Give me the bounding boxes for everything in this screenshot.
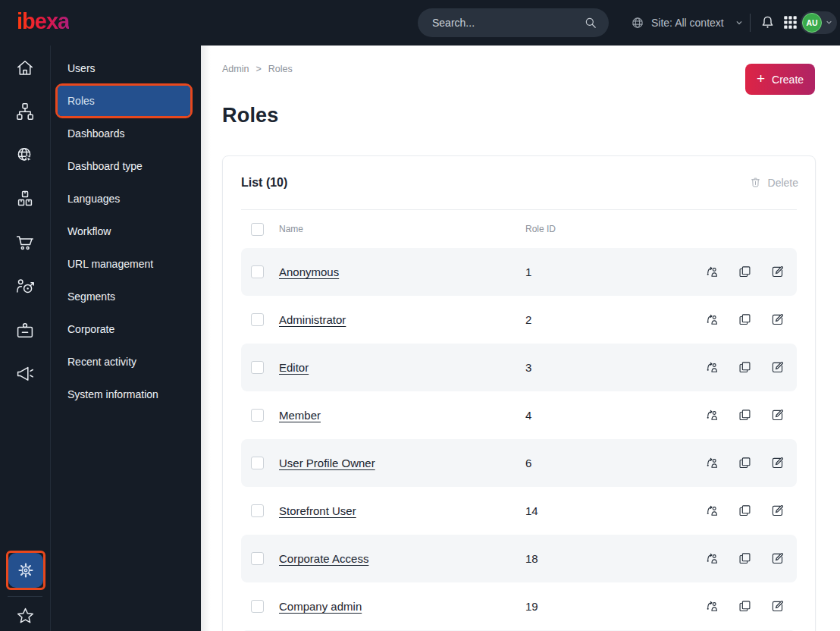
row-actions [705,391,785,439]
row-actions [705,582,785,630]
sidebar-item-corporate[interactable] [0,314,50,347]
copy-icon [738,360,752,375]
menu-item-workflow[interactable]: Workflow [51,215,201,247]
menu-item-languages[interactable]: Languages [51,183,201,215]
edit-role-button[interactable] [770,408,785,422]
row-checkbox[interactable] [251,504,264,517]
assign-users-button[interactable] [705,312,719,327]
assign-user-icon [705,504,719,518]
assign-user-icon [705,456,719,470]
row-actions [705,439,785,487]
sidebar-item-admin-highlighted[interactable] [6,551,45,590]
role-name-link[interactable]: Editor [279,344,309,391]
role-name-link[interactable]: Anonymous [279,248,339,296]
sidebar-item-site[interactable] [0,139,50,172]
role-name-link[interactable]: Administrator [279,296,346,344]
main-content: Admin > Roles + Create Roles List (10) D… [201,46,840,631]
copy-role-button[interactable] [738,456,752,470]
menu-item-recent-activity[interactable]: Recent activity [51,346,201,378]
assign-user-icon [705,551,719,566]
menu-item-url-management[interactable]: URL management [51,248,201,280]
role-name-link[interactable]: User Profile Owner [279,439,375,487]
sidebar-item-commerce[interactable] [0,226,50,259]
products-boxes-icon [14,188,36,209]
menu-item-roles-highlighted[interactable]: Roles [55,83,193,118]
table-row: Storefront User 14 [241,487,797,535]
sidebar-item-products[interactable] [0,182,50,215]
menu-item-roles-selected[interactable]: Roles [58,86,190,116]
role-id-value: 18 [525,535,538,582]
global-search [418,8,609,37]
assign-users-button[interactable] [705,456,719,470]
edit-role-button[interactable] [770,551,785,566]
copy-role-button[interactable] [738,599,752,614]
list-count-title: List (10) [241,176,287,190]
menu-item-segments[interactable]: Segments [51,281,201,312]
role-name-link[interactable]: Corporate Access [279,535,368,582]
delete-button-label: Delete [768,177,798,189]
row-actions [705,487,785,535]
table-row: Corporate Access 18 [241,535,797,582]
menu-item-dashboard-type[interactable]: Dashboard type [51,150,201,182]
menu-item-dashboards[interactable]: Dashboards [51,118,201,149]
notifications-bell-icon[interactable] [759,14,776,31]
role-id-value: 2 [525,296,531,344]
search-icon[interactable] [583,15,598,30]
breadcrumb: Admin > Roles [222,64,293,74]
row-checkbox[interactable] [251,361,264,374]
search-input[interactable] [418,17,583,29]
sidebar-item-personalization[interactable] [0,270,50,303]
role-id-value: 4 [525,391,531,439]
edit-role-button[interactable] [770,504,785,518]
assign-users-button[interactable] [705,360,719,375]
edit-role-button[interactable] [770,312,785,327]
sidebar-item-bookmarks[interactable] [0,599,50,631]
assign-users-button[interactable] [705,504,719,518]
create-button[interactable]: + Create [745,64,815,95]
sidebar-item-dashboard[interactable] [0,52,50,85]
menu-item-users[interactable]: Users [51,52,201,84]
assign-users-button[interactable] [705,599,719,614]
edit-role-button[interactable] [770,456,785,470]
sidebar-item-content[interactable] [0,95,50,128]
table-header: Name Role ID [241,210,797,248]
user-avatar[interactable]: AU [802,13,822,33]
column-header-name: Name [279,210,303,248]
assign-users-button[interactable] [705,265,719,279]
role-name-link[interactable]: Company admin [279,582,362,630]
copy-role-button[interactable] [738,265,752,279]
copy-role-button[interactable] [738,504,752,518]
row-checkbox[interactable] [251,457,264,469]
row-checkbox[interactable] [251,409,264,422]
role-name-link[interactable]: Storefront User [279,487,356,535]
breadcrumb-admin[interactable]: Admin [222,64,249,74]
role-id-value: 1 [525,248,531,296]
row-checkbox[interactable] [251,265,264,278]
menu-item-system-information[interactable]: System information [51,378,201,410]
select-all-checkbox[interactable] [251,223,264,236]
delete-button[interactable]: Delete [749,176,798,189]
menu-item-corporate[interactable]: Corporate [51,313,201,345]
row-checkbox[interactable] [251,600,264,613]
copy-role-button[interactable] [738,408,752,422]
assign-users-button[interactable] [705,408,719,422]
copy-role-button[interactable] [738,360,752,375]
gear-icon [16,560,36,580]
table-row: Company admin 19 [241,582,797,630]
user-menu[interactable]: AU [801,11,837,34]
edit-role-button[interactable] [770,360,785,375]
copy-role-button[interactable] [738,312,752,327]
edit-role-button[interactable] [770,599,785,614]
site-context-selector[interactable]: Site: All context [630,0,744,46]
admin-active-tile[interactable] [8,553,43,588]
role-name-link[interactable]: Member [279,391,321,439]
breadcrumb-roles[interactable]: Roles [268,64,293,74]
app-grid-icon[interactable] [782,14,799,31]
ibexa-logo[interactable]: ibexa [17,9,69,34]
row-checkbox[interactable] [251,552,264,565]
row-checkbox[interactable] [251,313,264,326]
assign-users-button[interactable] [705,551,719,566]
copy-role-button[interactable] [738,551,752,566]
sidebar-item-marketing[interactable] [0,357,50,391]
edit-role-button[interactable] [770,265,785,279]
